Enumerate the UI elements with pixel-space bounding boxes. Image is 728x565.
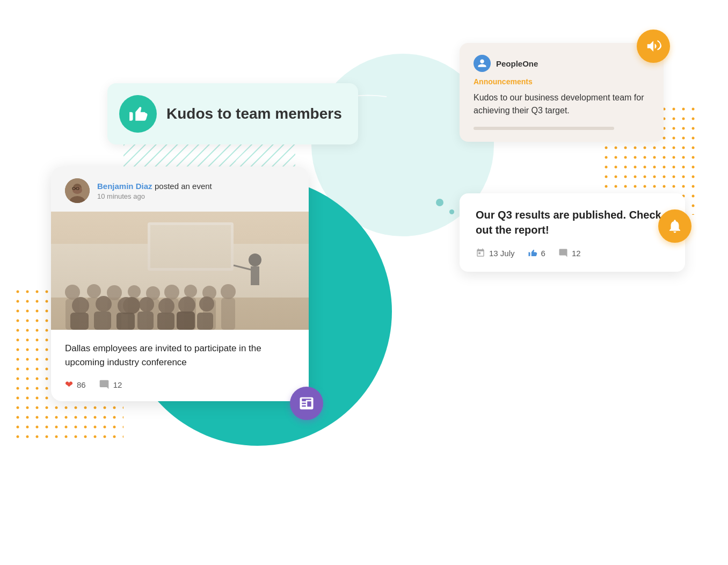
poster-details: Benjamin Diaz posted an event 10 minutes… (97, 182, 212, 200)
event-card-body: Dallas employees are invited to particip… (51, 330, 309, 401)
announcement-card: PeopleOne Announcements Kudos to our bus… (460, 43, 664, 142)
poster-action: posted an event (155, 182, 212, 191)
kudos-icon-circle (119, 95, 157, 133)
announcement-text: Kudos to our business development team f… (474, 91, 650, 117)
event-card-header: Benjamin Diaz posted an event 10 minutes… (51, 166, 309, 212)
q3-results-card: Our Q3 results are published. Check out … (460, 193, 685, 272)
event-comment-count: 12 (99, 379, 122, 390)
conference-image (51, 212, 309, 330)
poster-name-action: Benjamin Diaz posted an event (97, 182, 212, 191)
teal-dot-2 (449, 209, 454, 214)
main-scene: Kudos to team members PeopleOne Announce… (0, 0, 728, 565)
heart-icon: ❤ (65, 379, 73, 390)
event-actions: ❤ 86 12 (65, 379, 295, 390)
bell-icon (667, 218, 683, 234)
megaphone-badge (637, 30, 670, 63)
q3-title: Our Q3 results are published. Check out … (476, 207, 669, 237)
event-like-count: ❤ 86 (65, 379, 86, 390)
like-icon (528, 248, 537, 258)
event-image (51, 212, 309, 330)
q3-comments: 12 (558, 248, 581, 258)
peopleone-logo (474, 55, 491, 72)
people-icon (477, 59, 487, 68)
avatar-image (65, 178, 90, 203)
megaphone-icon (645, 38, 661, 54)
newspaper-badge (290, 387, 323, 420)
q3-meta: 13 July 6 12 (476, 248, 669, 258)
event-poster-info: Benjamin Diaz posted an event 10 minutes… (65, 178, 295, 203)
kudos-badge: Kudos to team members (107, 83, 358, 144)
comment-icon (558, 248, 568, 258)
post-time: 10 minutes ago (97, 192, 212, 200)
announcement-category: Announcements (474, 77, 650, 86)
q3-likes: 6 (528, 248, 545, 258)
peopleone-name: PeopleOne (496, 59, 538, 68)
thumbsup-icon (128, 104, 148, 124)
bell-badge (658, 209, 691, 243)
chat-icon (99, 379, 110, 390)
event-title: Dallas employees are invited to particip… (65, 342, 295, 369)
poster-name: Benjamin Diaz (97, 182, 152, 191)
calendar-icon (476, 248, 485, 258)
kudos-label: Kudos to team members (166, 105, 342, 123)
announcement-divider (474, 127, 614, 130)
teal-dot-1 (436, 199, 443, 206)
poster-avatar (65, 178, 90, 203)
announcement-header: PeopleOne (474, 55, 650, 72)
news-icon (299, 395, 315, 411)
q3-date: 13 July (476, 248, 515, 258)
event-post-card: Benjamin Diaz posted an event 10 minutes… (51, 166, 309, 401)
svg-rect-54 (51, 212, 309, 330)
